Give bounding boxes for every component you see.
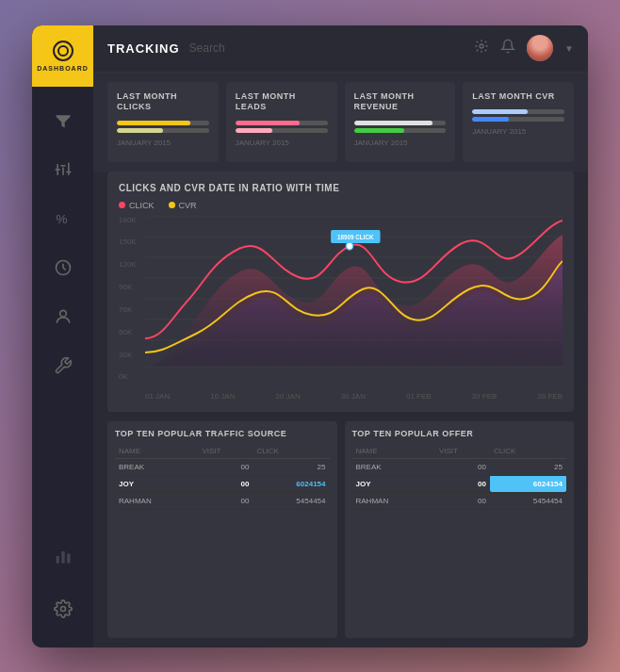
chart-section: CLICKS AND CVR DATE IN RATIO WITH TIME C…: [107, 172, 574, 412]
stat-clicks-date: JANUARY 2015: [117, 139, 209, 147]
tables-row: TOP TEN POPULAR TRAFFIC SOURCE NAME VISI…: [93, 421, 588, 647]
search-input[interactable]: [189, 41, 465, 55]
svg-rect-3: [55, 169, 59, 171]
legend-click-label: CLICK: [129, 201, 155, 210]
stat-leads-title: LAST MONTH LEADS: [236, 91, 328, 113]
svg-text:18909 CLICK: 18909 CLICK: [337, 233, 374, 239]
sidebar-item-filter[interactable]: [32, 96, 93, 145]
chart-x-labels: 01 JAN 10 JAN 20 JAN 30 JAN 01 FEB 20 FE…: [145, 392, 563, 401]
sidebar-item-percent[interactable]: %: [32, 194, 93, 243]
tools-icon: [54, 356, 73, 375]
stat-leads-date: JANUARY 2015: [236, 139, 328, 147]
col-click-2: CLICK: [490, 444, 566, 459]
traffic-table: NAME VISIT CLICK BREAK 00 25 JOY: [115, 444, 330, 510]
legend-cvr-dot: [169, 202, 175, 208]
sidebar-item-user[interactable]: [32, 292, 93, 341]
svg-text:%: %: [56, 212, 67, 226]
svg-point-12: [60, 606, 65, 611]
sidebar-item-settings[interactable]: [32, 584, 93, 633]
sidebar-logo-label: DASHBOARD: [37, 65, 89, 72]
avatar[interactable]: [527, 35, 553, 61]
stat-card-leads: LAST MONTH LEADS JANUARY 2015: [226, 82, 337, 162]
clock-icon: [54, 258, 73, 277]
col-name-1: NAME: [115, 444, 198, 459]
sidebar-logo[interactable]: DASHBOARD: [32, 25, 93, 87]
dashboard-logo-icon: [53, 41, 73, 61]
header-icons: ▼: [474, 35, 574, 61]
svg-rect-1: [62, 167, 64, 174]
table-traffic-source: TOP TEN POPULAR TRAFFIC SOURCE NAME VISI…: [107, 421, 337, 638]
table-row: BREAK 00 25: [115, 458, 330, 475]
sidebar-item-clock[interactable]: [32, 243, 93, 292]
main-content: TRACKING ▼: [93, 25, 588, 647]
gear-header-icon[interactable]: [474, 39, 489, 57]
svg-point-8: [59, 310, 66, 317]
chart-area-container: 180K 150K 120K 90K 70K 50K 30K 0K: [119, 216, 563, 401]
sidebar-item-equalizer[interactable]: [32, 145, 93, 194]
table-traffic-title: TOP TEN POPULAR TRAFFIC SOURCE: [115, 429, 330, 438]
sidebar: DASHBOARD %: [32, 25, 93, 647]
table-row-highlight: JOY 00 6024154: [352, 475, 567, 492]
header: TRACKING ▼: [93, 25, 588, 73]
bell-icon[interactable]: [500, 39, 515, 57]
svg-rect-9: [56, 556, 58, 564]
svg-rect-10: [61, 551, 64, 564]
sidebar-nav: %: [32, 96, 93, 390]
stat-card-revenue: LAST MONTH REVENUE JANUARY 2015: [345, 82, 456, 162]
stat-revenue-title: LAST MONTH REVENUE: [354, 91, 447, 113]
legend-cvr: CVR: [169, 201, 197, 210]
stat-revenue-date: JANUARY 2015: [354, 139, 447, 147]
col-click-1: CLICK: [253, 444, 329, 459]
table-row: RAHMAN 00 5454454: [352, 492, 567, 509]
svg-rect-5: [66, 171, 71, 172]
col-visit-1: VISIT: [198, 444, 253, 459]
offer-table: NAME VISIT CLICK BREAK 00 25 JOY: [352, 444, 567, 510]
app-title: TRACKING: [107, 41, 180, 56]
chart-title: CLICKS AND CVR DATE IN RATIO WITH TIME: [119, 183, 563, 193]
table-row-highlight: JOY 00 6024154: [115, 475, 330, 492]
settings-icon: [54, 599, 73, 618]
svg-point-22: [346, 242, 352, 250]
percent-icon: %: [54, 209, 73, 228]
stat-card-clicks: LAST MONTH CLICKS JANUARY 2015: [107, 82, 219, 162]
col-visit-2: VISIT: [435, 444, 490, 459]
svg-point-13: [480, 44, 483, 48]
stat-cvr-title: LAST MONTH CVR: [472, 91, 564, 103]
stat-card-cvr: LAST MONTH CVR JANUARY 2015: [463, 82, 574, 162]
stat-clicks-title: LAST MONTH CLICKS: [117, 91, 209, 113]
svg-rect-11: [67, 553, 70, 563]
legend-click-dot: [119, 202, 125, 208]
chart-svg: 18909 CLICK: [145, 216, 563, 385]
app-container: DASHBOARD %: [32, 25, 588, 647]
stats-row: LAST MONTH CLICKS JANUARY 2015 LAST MONT…: [93, 73, 588, 172]
sidebar-item-tools[interactable]: [32, 341, 93, 390]
legend-click: CLICK: [119, 201, 155, 210]
sidebar-item-barchart[interactable]: [32, 532, 93, 581]
table-popular-offer: TOP TEN POPULAR OFFER NAME VISIT CLICK B…: [345, 421, 575, 638]
stat-cvr-date: JANUARY 2015: [472, 127, 564, 136]
chart-legend: CLICK CVR: [119, 201, 563, 210]
dropdown-icon[interactable]: ▼: [564, 43, 574, 54]
user-icon: [54, 307, 73, 326]
svg-rect-2: [68, 162, 70, 174]
table-offer-title: TOP TEN POPULAR OFFER: [352, 429, 567, 438]
bar-chart-icon: [54, 547, 73, 565]
avatar-image: [527, 35, 553, 61]
table-row: BREAK 00 25: [352, 458, 567, 475]
filter-icon: [54, 111, 73, 130]
legend-cvr-label: CVR: [179, 201, 197, 210]
chart-svg-area: 18909 CLICK: [145, 216, 563, 389]
chart-y-labels: 180K 150K 120K 90K 70K 50K 30K 0K: [119, 216, 145, 382]
col-name-2: NAME: [352, 444, 435, 459]
table-row: RAHMAN 00 5454454: [115, 492, 330, 509]
equalizer-icon: [54, 160, 73, 179]
svg-rect-4: [60, 165, 65, 167]
